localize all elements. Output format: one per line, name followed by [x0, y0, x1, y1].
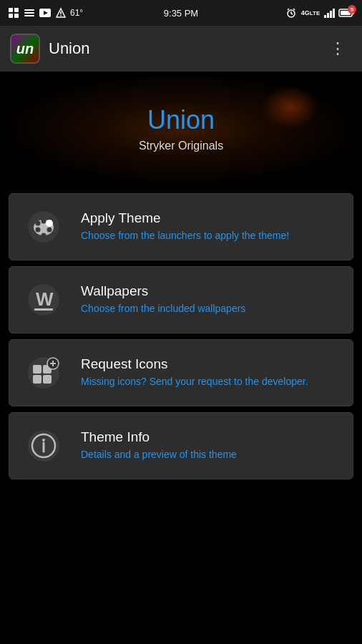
request-icons-item[interactable]: Request Icons Missing icons? Send your r…	[9, 339, 353, 406]
temperature-display: 61°	[70, 8, 83, 18]
wallpapers-title: Wallpapers	[81, 283, 341, 299]
apply-theme-item[interactable]: Apply Theme Choose from the launchers to…	[9, 193, 353, 260]
alarm-icon	[285, 6, 298, 19]
svg-rect-0	[9, 8, 13, 12]
wallpapers-icon: W	[21, 277, 67, 323]
hero-section: Union Stryker Originals	[0, 72, 362, 186]
warning-icon	[54, 6, 67, 19]
theme-info-desc: Details and a preview of this theme	[81, 448, 341, 462]
hero-title: Union	[147, 105, 215, 135]
svg-rect-4	[24, 9, 34, 11]
list-icon	[23, 6, 36, 19]
status-time: 9:35 PM	[164, 8, 198, 19]
svg-rect-10	[60, 11, 62, 14]
app-icon: un	[10, 34, 40, 64]
menu-list: Apply Theme Choose from the launchers to…	[0, 186, 362, 487]
app-icon-inner: un	[11, 35, 39, 62]
overflow-menu-button[interactable]: ⋮	[324, 34, 352, 64]
svg-rect-35	[34, 308, 53, 311]
svg-line-15	[288, 9, 289, 10]
apply-theme-desc: Choose from the launchers to apply the t…	[81, 229, 341, 243]
4g-icon: 4GLTE	[300, 6, 321, 19]
svg-rect-18	[327, 13, 329, 18]
theme-info-title: Theme Info	[81, 429, 341, 445]
svg-point-30	[41, 219, 47, 224]
apply-theme-title: Apply Theme	[81, 210, 341, 226]
svg-point-27	[41, 233, 47, 238]
status-bar: 61° 9:35 PM 4GLTE	[0, 0, 362, 26]
theme-info-text: Theme Info Details and a preview of this…	[81, 429, 341, 462]
wallpapers-desc: Choose from the included wallpapers	[81, 302, 341, 316]
request-icons-title: Request Icons	[81, 356, 341, 372]
apply-theme-text: Apply Theme Choose from the launchers to…	[81, 210, 341, 243]
svg-rect-2	[9, 14, 13, 18]
grid-icon	[7, 6, 20, 19]
svg-text:W: W	[36, 288, 54, 310]
wallpapers-text: Wallpapers Choose from the included wall…	[81, 283, 341, 316]
svg-point-32	[46, 220, 53, 227]
svg-rect-17	[324, 15, 326, 18]
youtube-icon	[39, 6, 52, 19]
hero-subtitle: Stryker Originals	[139, 140, 223, 152]
app-bar-title: Union	[49, 39, 89, 58]
svg-rect-11	[60, 15, 62, 16]
svg-rect-19	[330, 11, 332, 18]
svg-rect-5	[24, 12, 34, 14]
svg-rect-6	[24, 15, 34, 16]
svg-point-47	[42, 439, 45, 441]
app-bar: un Union ⋮	[0, 26, 362, 72]
svg-rect-39	[33, 375, 41, 384]
svg-point-28	[47, 228, 52, 233]
theme-info-item[interactable]: Theme Info Details and a preview of this…	[9, 412, 353, 479]
svg-rect-40	[43, 375, 52, 384]
signal-icon	[323, 6, 336, 19]
status-bar-left: 61°	[7, 6, 83, 19]
svg-line-14	[291, 14, 293, 14]
theme-info-icon	[21, 423, 67, 469]
svg-line-16	[293, 9, 295, 10]
wallpapers-item[interactable]: W Wallpapers Choose from the included wa…	[9, 266, 353, 333]
status-bar-right: 4GLTE 5	[285, 6, 355, 19]
svg-rect-20	[333, 9, 335, 18]
request-icons-text: Request Icons Missing icons? Send your r…	[81, 356, 341, 389]
request-icons-icon	[21, 350, 67, 396]
svg-point-31	[36, 221, 41, 226]
apply-theme-icon	[21, 204, 67, 250]
svg-rect-1	[14, 8, 19, 12]
request-icons-desc: Missing icons? Send your request to the …	[81, 375, 341, 389]
battery-icon: 5	[339, 6, 355, 19]
svg-rect-3	[14, 14, 19, 18]
svg-point-26	[36, 228, 41, 233]
app-bar-left: un Union	[10, 34, 89, 64]
svg-rect-37	[33, 365, 41, 374]
